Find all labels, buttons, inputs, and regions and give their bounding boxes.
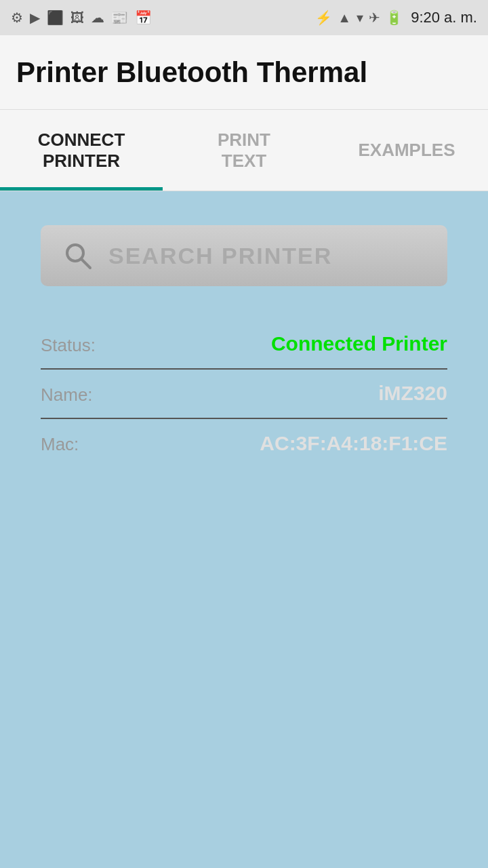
airplane-icon: ✈ — [369, 9, 380, 26]
app-bar: Printer Bluetooth Thermal — [0, 35, 488, 110]
printer-info: Status: Connected Printer Name: iMZ320 M… — [41, 320, 447, 467]
cloud-icon: ☁ — [91, 9, 104, 26]
status-bar: ⚙ ▶ ⬛ 🖼 ☁ 📰 📅 ⚡ ▲ ▾ ✈ 🔋 9:20 a. m. — [0, 0, 488, 35]
status-value: Connected Printer — [149, 332, 447, 355]
tab-examples[interactable]: EXAMPLES — [325, 110, 488, 191]
tab-print-text[interactable]: PRINTTEXT — [163, 110, 325, 191]
name-value: iMZ320 — [149, 382, 447, 405]
battery-icon: 🔋 — [386, 9, 403, 26]
search-icon — [61, 239, 95, 273]
news-icon: 📰 — [111, 9, 128, 26]
calendar-icon: 📅 — [135, 9, 152, 26]
main-content: SEARCH PRINTER Status: Connected Printer… — [0, 191, 488, 868]
status-time: 9:20 a. m. — [411, 9, 477, 26]
signal-icon: ▲ — [338, 10, 351, 26]
image-icon: 🖼 — [70, 10, 84, 26]
name-row: Name: iMZ320 — [41, 370, 447, 419]
search-printer-button[interactable]: SEARCH PRINTER — [41, 225, 447, 286]
status-label: Status: — [41, 332, 149, 356]
svg-line-1 — [81, 259, 90, 268]
status-bar-left: ⚙ ▶ ⬛ 🖼 ☁ 📰 📅 — [11, 9, 152, 26]
app-title: Printer Bluetooth Thermal — [16, 56, 367, 89]
bluetooth-icon: ⚡ — [315, 9, 332, 26]
mac-label: Mac: — [41, 431, 149, 455]
mac-value: AC:3F:A4:18:F1:CE — [149, 432, 447, 455]
settings-icon: ⚙ — [11, 9, 23, 26]
status-row: Status: Connected Printer — [41, 320, 447, 370]
name-label: Name: — [41, 382, 149, 406]
tab-print-text-label: PRINTTEXT — [218, 130, 270, 172]
search-printer-label: SEARCH PRINTER — [108, 243, 332, 269]
wifi-icon: ▾ — [357, 9, 363, 26]
play-icon: ▶ — [30, 9, 40, 26]
stop-icon: ⬛ — [47, 9, 64, 26]
status-bar-right: ⚡ ▲ ▾ ✈ 🔋 9:20 a. m. — [315, 9, 477, 26]
mac-row: Mac: AC:3F:A4:18:F1:CE — [41, 419, 447, 467]
tab-bar: CONNECTPRINTER PRINTTEXT EXAMPLES — [0, 110, 488, 191]
tab-connect-printer-label: CONNECTPRINTER — [38, 130, 125, 172]
tab-connect-printer[interactable]: CONNECTPRINTER — [0, 110, 163, 191]
tab-examples-label: EXAMPLES — [358, 140, 455, 161]
